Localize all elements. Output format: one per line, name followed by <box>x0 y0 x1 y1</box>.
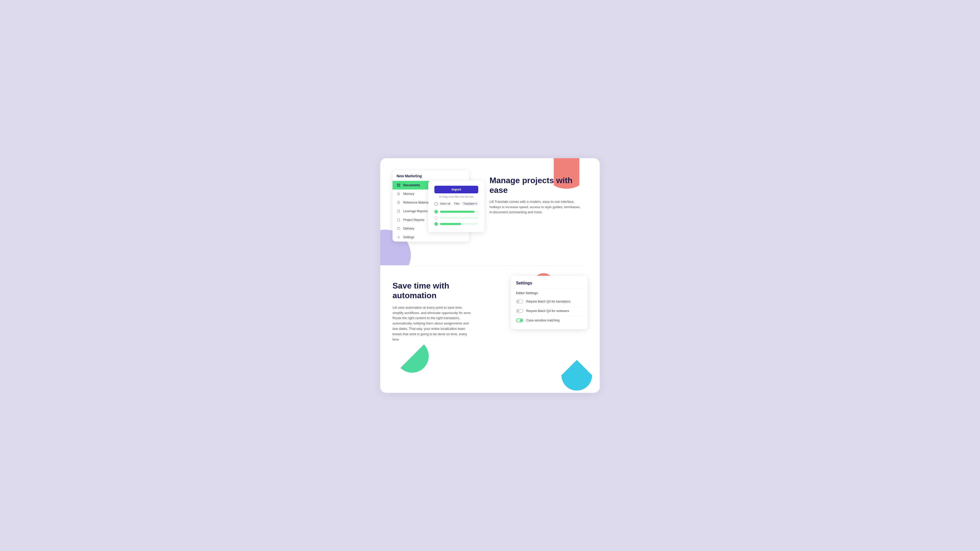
translator-chevron-icon: ▾ <box>476 202 477 205</box>
setting-row-case: Case-sensitive matching <box>511 316 587 325</box>
manage-title: Manage projects with ease <box>490 176 584 195</box>
project-reports-icon <box>396 218 401 222</box>
svg-point-4 <box>398 194 399 194</box>
reference-icon <box>396 200 401 205</box>
file-check-empty-2 <box>434 216 438 220</box>
svg-rect-11 <box>397 228 400 230</box>
project-title: New Marketing <box>393 170 469 181</box>
nav-item-settings-label: Settings <box>403 235 414 239</box>
file-bar-fill-1 <box>440 211 474 213</box>
setting-row-reviewers: Require Batch QA for reviewers <box>511 306 587 316</box>
select-all-checkbox[interactable] <box>434 202 438 206</box>
file-bar-3 <box>440 223 478 225</box>
settings-panel-title: Settings <box>511 281 587 288</box>
manage-desc: Lilt Translate comes with a modern, easy… <box>490 199 584 215</box>
file-bar-fill-3 <box>440 223 461 225</box>
delivery-icon <box>396 227 401 230</box>
nav-item-project-reports-label: Project Reports <box>403 218 425 222</box>
shape-green-s2 <box>396 340 429 373</box>
setting-label-case: Case-sensitive matching <box>526 319 560 322</box>
nav-item-reference-label: Reference Materials <box>403 201 431 204</box>
select-all-label: Select all <box>440 202 450 205</box>
file-bar-2 <box>440 217 478 219</box>
settings-icon <box>396 235 401 239</box>
section1: New Marketing Documents › Memory › <box>380 158 600 265</box>
file-row-2 <box>434 215 478 221</box>
setting-row-translators: Require Batch QA for translators <box>511 297 587 306</box>
file-check-done-1: ✓ <box>434 210 438 213</box>
editor-settings-label: Editor Settings <box>511 288 587 297</box>
save-title: Save time with automation <box>393 281 474 300</box>
filter-label: Filter <box>454 202 460 205</box>
leverage-icon <box>396 209 401 213</box>
drag-text: Or drag more files into this box <box>434 195 478 198</box>
toggle-case[interactable] <box>516 318 523 322</box>
toggle-knob-case <box>520 319 522 322</box>
toggle-knob-translators <box>517 300 519 303</box>
section2-right: Settings Editor Settings Require Batch Q… <box>479 276 587 329</box>
shape-blue-s2 <box>562 360 592 391</box>
svg-point-12 <box>398 237 399 238</box>
import-button[interactable]: Import <box>434 186 478 193</box>
file-bar-1 <box>440 211 478 213</box>
import-panel: Import Or drag more files into this box … <box>428 181 484 232</box>
nav-item-settings[interactable]: Settings <box>393 233 469 241</box>
shape-green-quarter-icon <box>396 340 429 373</box>
main-card: New Marketing Documents › Memory › <box>380 158 600 393</box>
nav-item-memory-label: Memory <box>403 192 414 196</box>
section1-right: Manage projects with ease Lilt Translate… <box>479 170 584 215</box>
save-desc: Lilt uses automation at every point to s… <box>393 305 474 342</box>
filter-row: Select all Filter Translator ▾ <box>434 202 478 206</box>
nav-item-documents-label: Documents <box>403 183 420 187</box>
toggle-reviewers[interactable] <box>516 309 523 313</box>
setting-label-reviewers: Require Batch QA for reviewers <box>526 309 569 313</box>
svg-rect-10 <box>398 219 400 221</box>
svg-rect-8 <box>398 210 400 213</box>
section1-left: New Marketing Documents › Memory › <box>393 170 479 241</box>
memory-icon <box>396 192 401 196</box>
nav-item-leverage-label: Leverage Reports <box>403 210 428 213</box>
shape-blue-circle-icon <box>562 360 592 391</box>
settings-panel: Settings Editor Settings Require Batch Q… <box>511 276 587 329</box>
file-row-1: ✓ <box>434 209 478 215</box>
nav-item-delivery-label: Delivery <box>403 227 414 230</box>
file-row-3: ✓ <box>434 221 478 227</box>
setting-label-translators: Require Batch QA for translators <box>526 300 570 303</box>
section2: Save time with automation Lilt uses auto… <box>380 265 600 388</box>
toggle-knob-reviewers <box>517 310 519 312</box>
translator-label: Translator <box>463 202 475 205</box>
documents-icon <box>396 183 401 187</box>
section2-left: Save time with automation Lilt uses auto… <box>393 276 479 342</box>
translator-dropdown[interactable]: Translator ▾ <box>462 202 478 206</box>
toggle-translators[interactable] <box>516 300 523 303</box>
file-check-done-3: ✓ <box>434 222 438 226</box>
